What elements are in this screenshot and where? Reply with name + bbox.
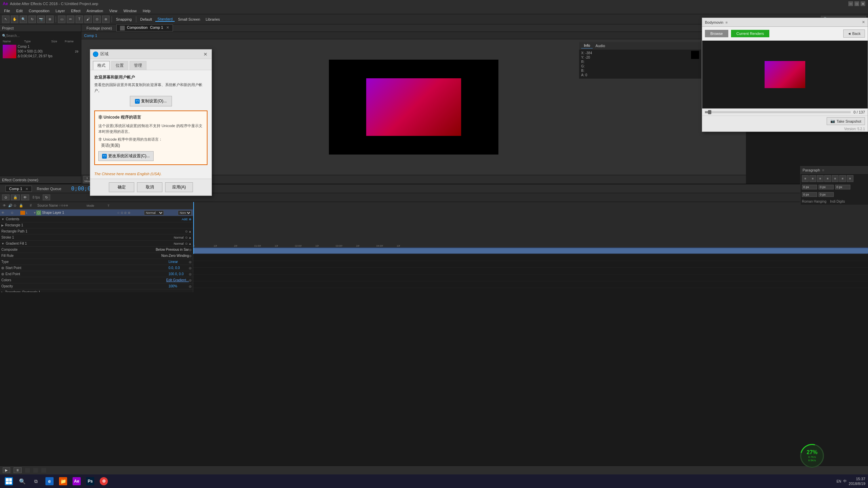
tl-btn-lock[interactable]: 🔒: [11, 195, 20, 200]
menu-help[interactable]: Help: [140, 8, 153, 14]
comp-tab-close[interactable]: ✕: [166, 25, 169, 29]
bm-progress-bar[interactable]: [705, 111, 851, 113]
indent-right-input[interactable]: [818, 185, 834, 189]
dialog-close-btn[interactable]: ✕: [202, 51, 209, 58]
track-matte-select[interactable]: None: [178, 210, 192, 215]
minimize-button[interactable]: ─: [848, 1, 853, 6]
rect1-arrow[interactable]: ▶: [1, 224, 4, 227]
tool-select[interactable]: ↖: [2, 16, 9, 23]
taskbar-start[interactable]: [3, 475, 15, 487]
dialog-cancel-btn[interactable]: 取消: [137, 182, 162, 192]
justify-all-btn[interactable]: ≡: [847, 175, 853, 182]
dialog-apply-btn[interactable]: 应用(A): [165, 182, 193, 192]
dialog-tab-format[interactable]: 格式: [93, 61, 110, 70]
pause-button[interactable]: ⏸: [14, 467, 22, 473]
workspace-default[interactable]: Default: [138, 17, 154, 21]
tab-audio[interactable]: Audio: [593, 43, 608, 48]
tl-tab-renderqueue[interactable]: Render Queue: [33, 186, 65, 192]
tl-tab-comp1-close[interactable]: ✕: [25, 187, 28, 191]
project-search[interactable]: 🔍: [1, 33, 80, 38]
bodymovin-render-btn[interactable]: Current Renders: [731, 30, 769, 37]
paragraph-menu-icon[interactable]: ≡: [822, 168, 824, 172]
taskbar-explorer[interactable]: 📁: [57, 475, 69, 487]
tl-tab-comp1[interactable]: Comp 1 ✕: [5, 186, 32, 192]
indent-left-input[interactable]: [802, 185, 817, 189]
space-before-input[interactable]: [802, 192, 817, 197]
tl-live-update[interactable]: ↻: [43, 195, 50, 200]
bodymovin-browse-btn[interactable]: Browse: [705, 30, 728, 37]
menu-animation[interactable]: Animation: [84, 8, 106, 14]
space-after-input[interactable]: [835, 185, 850, 189]
maximize-button[interactable]: □: [854, 1, 859, 6]
menu-effect[interactable]: Effect: [68, 8, 83, 14]
layer-stroke1[interactable]: Stroke 1 Normal ⊙ ▲: [0, 235, 193, 241]
menu-view[interactable]: View: [106, 8, 120, 14]
taskbar-taskview[interactable]: ⧉: [30, 475, 42, 487]
tl-btn-solo[interactable]: ⊙: [2, 195, 9, 200]
align-right-btn[interactable]: ≡: [817, 175, 824, 182]
tab-info[interactable]: Info: [581, 43, 593, 48]
dialog-tab-position[interactable]: 位置: [111, 61, 128, 70]
region-dialog[interactable]: 🌐 区域 ✕ 格式 位置 管理 欢迎屏幕和新用户帐户 查看您的国际设置并将其复制…: [90, 49, 212, 196]
menu-layer[interactable]: Layer: [53, 8, 68, 14]
workspace-standard[interactable]: Standard: [155, 17, 175, 22]
tool-puppet[interactable]: ⊛: [102, 16, 110, 23]
play-button[interactable]: ▶: [3, 467, 10, 473]
tool-zoom[interactable]: 🔍: [20, 16, 27, 23]
dialog-tab-manage[interactable]: 管理: [130, 61, 146, 70]
breadcrumb-comp[interactable]: Comp 1: [84, 34, 97, 38]
workspace-libraries[interactable]: Libraries: [203, 17, 222, 21]
layer-contents[interactable]: ▼ Contents Add: ⊕: [0, 216, 193, 222]
project-search-input[interactable]: [6, 34, 79, 38]
title-bar-controls[interactable]: ─ □ ✕: [848, 1, 865, 6]
menu-edit[interactable]: Edit: [14, 8, 25, 14]
menu-window[interactable]: Window: [121, 8, 139, 14]
blendmode-select[interactable]: Normal: [144, 210, 164, 215]
justify-right-btn[interactable]: ≡: [839, 175, 846, 182]
tl-btn-hide[interactable]: 👁: [21, 195, 29, 200]
align-left-btn[interactable]: ≡: [802, 175, 809, 182]
taskbar-ie[interactable]: e: [43, 475, 56, 487]
bm-progress-handle[interactable]: [708, 110, 711, 114]
menu-file[interactable]: File: [1, 8, 13, 14]
transform-rect1-arrow[interactable]: ▶: [1, 291, 4, 292]
bodymovin-back-btn[interactable]: ◄ Back: [843, 29, 865, 38]
tool-hand[interactable]: ✋: [11, 16, 18, 23]
bar-shape1[interactable]: [193, 248, 868, 253]
copy-settings-btn[interactable]: 🛡 复制设置(O)...: [130, 96, 172, 106]
layer-shape-1[interactable]: 👁 ⊙ 1 ▼ ⬡ Shape Layer 1 ☆ ⊙ ⊘ ⊛ Normal: [0, 209, 193, 216]
taskbar-chrome[interactable]: ⚙: [98, 475, 110, 487]
change-settings-btn[interactable]: 🛡 更改系统区域设置(C)...: [98, 151, 154, 161]
tool-rotate[interactable]: ↻: [28, 16, 36, 23]
contents-add-btn[interactable]: Add: ⊕: [182, 218, 192, 221]
tool-brush[interactable]: 🖌: [84, 16, 92, 23]
tab-footage[interactable]: Footage (none): [83, 25, 116, 31]
tool-pen[interactable]: ✏: [67, 16, 74, 23]
tool-text[interactable]: T: [76, 16, 83, 23]
bodymovin-snapshot-btn[interactable]: 📷 Take Snapshot: [827, 117, 865, 125]
taskbar-ae[interactable]: Ae: [71, 475, 83, 487]
menu-composition[interactable]: Composition: [26, 8, 52, 14]
tool-stamp[interactable]: ⊙: [93, 16, 101, 23]
workspace-small[interactable]: Small Screen: [176, 17, 202, 21]
project-item-comp1[interactable]: Comp 1 500 × 500 (1.00) Δ 0;00;04;17, 29…: [1, 44, 80, 59]
tool-camera[interactable]: 📷: [37, 16, 45, 23]
gf1-arrow[interactable]: ▼: [1, 242, 4, 245]
hanging-indent-input[interactable]: [818, 192, 834, 197]
justify-center-btn[interactable]: ≡: [832, 175, 839, 182]
taskbar-ps[interactable]: Ps: [84, 475, 96, 487]
layer-rect-path[interactable]: Rectangle Path 1 ⊙ ▲: [0, 228, 193, 235]
layer-expand-arrow[interactable]: ▼: [33, 211, 36, 215]
dialog-ok-btn[interactable]: 确定: [109, 182, 134, 192]
bodymovin-close-btn[interactable]: ✕: [862, 20, 865, 24]
colors-value[interactable]: Edit Gradient...: [166, 278, 189, 282]
align-center-btn[interactable]: ≡: [809, 175, 816, 182]
taskbar-search[interactable]: 🔍: [16, 475, 28, 487]
tool-pan[interactable]: ⊕: [46, 16, 54, 23]
tool-rect[interactable]: ▭: [58, 16, 65, 23]
layer-rect1[interactable]: ▶ Rectangle 1: [0, 222, 193, 228]
justify-left-btn[interactable]: ≡: [824, 175, 831, 182]
contents-arrow[interactable]: ▼: [1, 218, 4, 221]
close-button[interactable]: ✕: [861, 1, 865, 6]
layer-transform-rect1[interactable]: ▶ Transform: Rectangle 1: [0, 289, 193, 292]
